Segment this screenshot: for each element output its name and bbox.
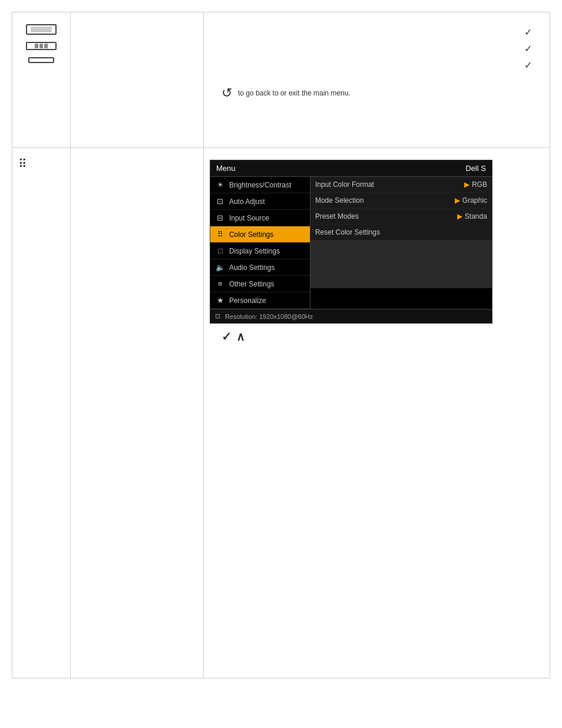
osd-menu: Menu Dell S ☀ Brightness/Contrast ⊡ [210, 160, 492, 324]
checkmark-2: ✓ [210, 41, 532, 57]
input-color-format-label: Input Color Format [315, 180, 374, 189]
flat-connector-icon [18, 57, 64, 63]
mode-selection-value: ▶ Graphic [455, 196, 487, 205]
audio-settings-icon: 🔈 [215, 263, 226, 272]
brightness-label: Brightness/Contrast [229, 181, 291, 189]
personalize-label: Personalize [229, 297, 266, 305]
top-middle-cell [71, 12, 203, 148]
display-settings-icon: □ [215, 246, 226, 255]
rect-connector-icon [18, 42, 64, 50]
rect-inner-3 [44, 44, 48, 48]
brightness-icon: ☀ [215, 180, 226, 189]
top-content-cell: ✓ ✓ ✓ ↺ to go back to or exit the main m… [203, 12, 550, 148]
back-arrow-row: ↺ to go back to or exit the main menu. [210, 85, 544, 101]
monitor-icon [18, 24, 64, 35]
osd-menu-title: Menu [216, 164, 236, 173]
osd-item-other-settings[interactable]: ≡ Other Settings [210, 276, 310, 292]
osd-sub-empty-3 [310, 272, 492, 288]
preset-modes-val-text: Standa [465, 212, 487, 220]
mode-selection-label: Mode Selection [315, 196, 364, 205]
input-color-format-val-text: RGB [472, 180, 487, 189]
osd-header: Menu Dell S [210, 160, 492, 177]
input-color-format-arrow: ▶ [464, 180, 470, 189]
mini-monitor-graphic [26, 24, 57, 35]
nav-up-arrow[interactable]: ∧ [236, 330, 245, 344]
connector-icons [18, 24, 64, 63]
nav-arrows-area: ✓ ∧ [210, 324, 544, 350]
osd-sub-empty-2 [310, 256, 492, 272]
osd-item-audio-settings[interactable]: 🔈 Audio Settings [210, 259, 310, 276]
mini-monitor-inner [31, 27, 52, 32]
back-arrow-icon: ↺ [222, 85, 232, 101]
osd-item-color-settings[interactable]: ⠿ Color Settings [210, 226, 310, 243]
input-source-icon: ⊟ [215, 213, 226, 222]
auto-adjust-label: Auto Adjust [229, 197, 265, 206]
page-wrapper: ✓ ✓ ✓ ↺ to go back to or exit the main m… [0, 0, 562, 728]
bottom-icons-cell: ⠿ [12, 148, 71, 678]
osd-brand: Dell S [465, 164, 486, 173]
other-settings-icon: ≡ [215, 279, 226, 288]
osd-item-brightness[interactable]: ☀ Brightness/Contrast [210, 177, 310, 193]
preset-modes-value: ▶ Standa [457, 212, 487, 220]
bottom-content-cell: Menu Dell S ☀ Brightness/Contrast ⊡ [203, 148, 550, 678]
audio-settings-label: Audio Settings [229, 263, 275, 272]
osd-sub-mode-selection[interactable]: Mode Selection ▶ Graphic [310, 193, 492, 209]
checkmark-1: ✓ [210, 24, 532, 41]
mode-selection-val-text: Graphic [462, 196, 487, 205]
osd-footer: ⊡ Resolution: 1920x1080@60Hz [210, 309, 492, 323]
osd-item-personalize[interactable]: ★ Personalize [210, 292, 310, 309]
osd-footer-icon: ⊡ [215, 312, 220, 320]
osd-item-auto-adjust[interactable]: ⊡ Auto Adjust [210, 193, 310, 210]
main-table: ✓ ✓ ✓ ↺ to go back to or exit the main m… [12, 12, 550, 678]
osd-right-panel: Input Color Format ▶ RGB Mode Selection … [310, 177, 492, 309]
top-icons-cell [12, 12, 71, 148]
osd-left-panel: ☀ Brightness/Contrast ⊡ Auto Adjust ⊟ In… [210, 177, 310, 309]
rect-icon-graphic [26, 42, 57, 50]
rect-inner-2 [39, 44, 43, 48]
osd-body: ☀ Brightness/Contrast ⊡ Auto Adjust ⊟ In… [210, 177, 492, 309]
bottom-middle-cell [71, 148, 203, 678]
checkmark-3: ✓ [210, 57, 532, 74]
rect-inner-1 [35, 44, 38, 48]
input-source-label: Input Source [229, 214, 269, 222]
osd-item-input-source[interactable]: ⊟ Input Source [210, 210, 310, 226]
back-instruction-text: to go back to or exit the main menu. [238, 89, 351, 97]
osd-sub-preset-modes[interactable]: Preset Modes ▶ Standa [310, 209, 492, 225]
flat-icon-graphic [28, 57, 54, 63]
preset-modes-label: Preset Modes [315, 212, 359, 220]
auto-adjust-icon: ⊡ [215, 197, 226, 206]
osd-item-display-settings[interactable]: □ Display Settings [210, 243, 310, 259]
osd-sub-input-color-format[interactable]: Input Color Format ▶ RGB [310, 177, 492, 193]
reset-color-label: Reset Color Settings [315, 228, 380, 236]
color-settings-icon: ⠿ [18, 157, 64, 171]
mode-selection-arrow: ▶ [455, 196, 460, 205]
bottom-row: ⠿ Menu Dell S ☀ [12, 148, 550, 678]
other-settings-label: Other Settings [229, 280, 275, 288]
top-row: ✓ ✓ ✓ ↺ to go back to or exit the main m… [12, 12, 550, 148]
input-color-format-value: ▶ RGB [464, 180, 487, 189]
osd-sub-empty-1 [310, 241, 492, 256]
osd-footer-text: Resolution: 1920x1080@60Hz [225, 313, 313, 320]
display-settings-label: Display Settings [229, 247, 280, 255]
preset-modes-arrow: ▶ [457, 212, 462, 220]
osd-sub-reset-color[interactable]: Reset Color Settings [310, 225, 492, 241]
personalize-icon: ★ [215, 296, 226, 305]
color-settings-menu-icon: ⠿ [215, 230, 226, 239]
color-settings-label: Color Settings [229, 230, 273, 239]
nav-down-arrow[interactable]: ✓ [222, 330, 232, 344]
checkmarks-area: ✓ ✓ ✓ [210, 18, 544, 74]
